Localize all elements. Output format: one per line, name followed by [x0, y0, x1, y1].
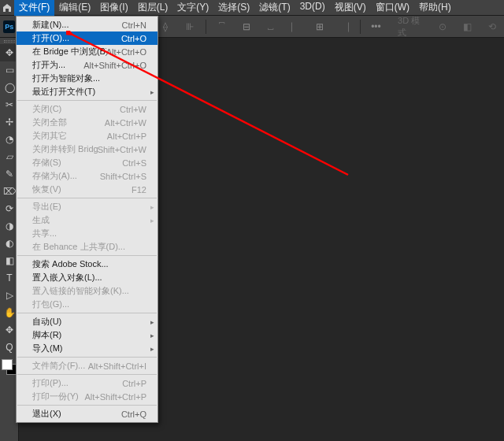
menu-item-label: 存储(S) — [32, 157, 122, 169]
menu-item-label: 置入链接的智能对象(K)... — [32, 285, 146, 297]
menubar-item[interactable]: 图层(L) — [133, 0, 173, 16]
align-top-icon[interactable]: ⎴ — [213, 18, 231, 35]
menu-item-label: 置入嵌入对象(L)... — [32, 272, 146, 284]
menu-item-label: 打开为... — [32, 59, 83, 71]
menu-item-label: 新建(N)... — [32, 19, 122, 31]
menu-separator — [17, 255, 157, 256]
menu-item: 打印(P)...Ctrl+P — [17, 376, 158, 390]
menu-item: 关闭全部Alt+Ctrl+W — [17, 116, 158, 129]
menu-item-shortcut: F12 — [132, 185, 146, 195]
menu-item-label: 关闭并转到 Bridge... — [32, 143, 98, 155]
menu-item[interactable]: 新建(N)...Ctrl+N — [17, 18, 158, 32]
menu-item-shortcut: Ctrl+S — [122, 158, 146, 168]
menu-item: 共享... — [17, 227, 158, 240]
menu-item: 关闭并转到 Bridge...Shift+Ctrl+W — [17, 143, 158, 156]
menu-item-label: 自动(U) — [32, 316, 146, 328]
menu-item[interactable]: 置入嵌入对象(L)... — [17, 271, 158, 284]
menu-item-shortcut: Alt+Shift+Ctrl+O — [83, 61, 146, 70]
pan-3d-icon[interactable]: ◧ — [458, 18, 476, 35]
menu-item[interactable]: 自动(U) — [17, 315, 158, 328]
menu-item: 打包(G)... — [17, 298, 158, 311]
menu-item-shortcut: Ctrl+Q — [121, 410, 146, 419]
foreground-color-swatch[interactable] — [2, 359, 13, 370]
menu-item-label: 退出(X) — [32, 408, 121, 420]
menu-item-shortcut: Alt+Ctrl+P — [107, 132, 146, 141]
menu-item-label: 打印一份(Y) — [32, 391, 84, 402]
menu-item[interactable]: 脚本(R) — [17, 328, 158, 342]
menubar-item[interactable]: 帮助(H) — [414, 0, 456, 16]
align-left-icon[interactable]: ⎸ — [286, 18, 304, 35]
menu-item[interactable]: 打开为智能对象... — [17, 72, 158, 85]
align-icon[interactable]: ⟠ — [157, 18, 175, 35]
menu-item[interactable]: 打开为...Alt+Shift+Ctrl+O — [17, 58, 158, 72]
home-icon[interactable] — [0, 0, 14, 16]
align-bottom-icon[interactable]: ⎵ — [261, 18, 280, 35]
menu-item-shortcut: Shift+Ctrl+S — [100, 172, 146, 181]
menu-item-label: 关闭全部 — [32, 117, 105, 128]
align-vcenter-icon[interactable]: ⊟ — [237, 18, 255, 35]
menu-item: 生成 — [17, 213, 158, 227]
align-right-icon[interactable]: ⎹ — [335, 18, 354, 35]
menubar-item[interactable]: 文件(F) — [14, 0, 54, 16]
menu-item: 置入链接的智能对象(K)... — [17, 284, 158, 298]
menu-item-label: 脚本(R) — [32, 329, 146, 341]
menu-item-shortcut: Ctrl+W — [120, 105, 146, 114]
menu-item-label: 关闭其它 — [32, 130, 107, 142]
menu-item-label: 导入(M) — [32, 343, 146, 354]
menu-separator — [17, 313, 157, 313]
menu-item-shortcut: Ctrl+O — [121, 34, 146, 43]
menu-item-label: 搜索 Adobe Stock... — [32, 258, 146, 270]
menu-item: 在 Behance 上共享(D)... — [17, 240, 158, 254]
menu-item-label: 在 Bridge 中浏览(B)... — [32, 46, 106, 57]
menu-item-label: 最近打开文件(T) — [32, 86, 146, 98]
menu-item: 关闭(C)Ctrl+W — [17, 102, 158, 116]
slide-3d-icon[interactable]: ⟲ — [483, 18, 501, 35]
menu-item-label: 存储为(A)... — [32, 170, 100, 182]
menubar-item[interactable]: 窗口(W) — [371, 0, 414, 16]
menu-item-label: 在 Behance 上共享(D)... — [32, 241, 146, 253]
menu-item-shortcut: Ctrl+N — [122, 20, 146, 30]
menu-separator — [17, 405, 157, 406]
menu-item-label: 共享... — [32, 228, 146, 239]
align-hcenter-icon[interactable]: ⊞ — [311, 18, 329, 35]
more-options-icon[interactable]: ••• — [367, 18, 385, 35]
menu-bar: 文件(F)编辑(E)图像(I)图层(L)文字(Y)选择(S)滤镜(T)3D(D)… — [0, 0, 504, 16]
menu-item[interactable]: 打开(O)...Ctrl+O — [17, 32, 158, 45]
menu-item[interactable]: 退出(X)Ctrl+Q — [17, 407, 158, 421]
menu-item-label: 打印(P)... — [32, 377, 122, 389]
ps-logo-icon: Ps — [3, 20, 15, 33]
menu-item-label: 打包(G)... — [32, 298, 146, 310]
menubar-item[interactable]: 图像(I) — [95, 0, 132, 16]
mode-3d-label: 3D 模式 — [398, 15, 428, 39]
menu-item: 存储为(A)...Shift+Ctrl+S — [17, 169, 158, 183]
align-icon[interactable]: ⊪ — [181, 18, 199, 35]
menu-item: 导出(E) — [17, 200, 158, 213]
menubar-item[interactable]: 滤镜(T) — [254, 0, 295, 16]
menu-item[interactable]: 搜索 Adobe Stock... — [17, 258, 158, 271]
menu-item-shortcut: Alt+Shift+Ctrl+I — [88, 361, 146, 371]
menu-separator — [17, 100, 157, 101]
menu-item-label: 打开为智能对象... — [32, 72, 146, 84]
menu-item-label: 文件简介(F)... — [32, 360, 88, 372]
menubar-item[interactable]: 文字(Y) — [172, 0, 213, 16]
menu-item-label: 导出(E) — [32, 201, 146, 213]
menu-item-label: 恢复(V) — [32, 183, 132, 195]
menu-item-label: 生成 — [32, 214, 146, 226]
menu-separator — [17, 374, 157, 375]
menu-item: 打印一份(Y)Alt+Shift+Ctrl+P — [17, 390, 158, 403]
menu-item-shortcut: Alt+Ctrl+O — [106, 47, 146, 57]
file-menu-dropdown: 新建(N)...Ctrl+N打开(O)...Ctrl+O在 Bridge 中浏览… — [16, 16, 158, 423]
orbit-3d-icon[interactable]: ⊙ — [434, 18, 452, 35]
menu-item: 存储(S)Ctrl+S — [17, 156, 158, 169]
menu-item-shortcut: Alt+Shift+Ctrl+P — [84, 392, 146, 402]
menu-item-label: 打开(O)... — [32, 32, 121, 44]
menubar-item[interactable]: 3D(D) — [295, 0, 330, 16]
menubar-item[interactable]: 视图(V) — [330, 0, 371, 16]
menubar-item[interactable]: 编辑(E) — [54, 0, 95, 16]
menu-item: 文件简介(F)...Alt+Shift+Ctrl+I — [17, 359, 158, 372]
menu-item[interactable]: 最近打开文件(T) — [17, 85, 158, 98]
menu-item[interactable]: 导入(M) — [17, 342, 158, 355]
menubar-item[interactable]: 选择(S) — [213, 0, 254, 16]
menu-separator — [17, 357, 157, 358]
menu-item[interactable]: 在 Bridge 中浏览(B)...Alt+Ctrl+O — [17, 45, 158, 58]
